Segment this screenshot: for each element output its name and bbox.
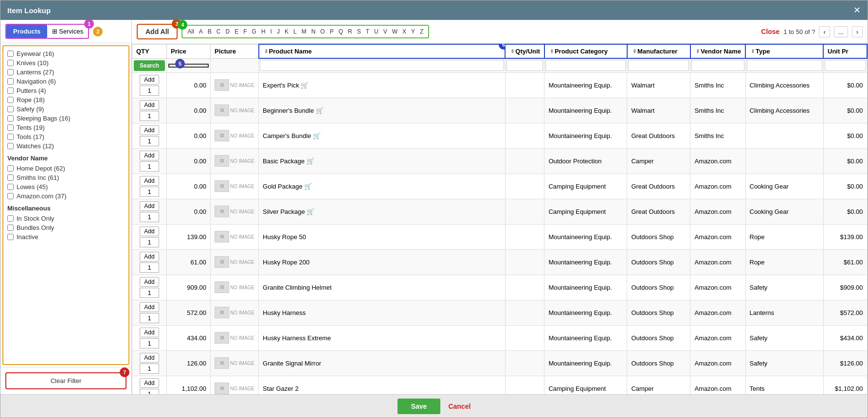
alpha-i[interactable]: I <box>269 27 274 36</box>
alpha-e[interactable]: E <box>233 27 240 36</box>
cell-type-1: Climbing Accessories <box>745 98 823 123</box>
search-button[interactable]: Search <box>134 60 165 71</box>
filter-smiths-inc[interactable]: Smiths Inc (61) <box>7 173 125 182</box>
cancel-button[interactable]: Cancel <box>448 402 470 410</box>
add-button-11[interactable]: Add <box>140 353 159 363</box>
col-header-category[interactable]: ⇕Product Category <box>544 44 627 58</box>
alpha-z[interactable]: Z <box>418 27 425 36</box>
qty-input-10[interactable] <box>140 338 159 348</box>
filter-tools[interactable]: Tools (17) <box>7 132 125 141</box>
alpha-y[interactable]: Y <box>409 27 417 36</box>
alpha-q[interactable]: Q <box>337 27 345 36</box>
manufacturer-filter-input[interactable] <box>628 60 689 71</box>
qty-input-6[interactable] <box>140 237 159 247</box>
alpha-c[interactable]: C <box>215 27 223 36</box>
alpha-b[interactable]: B <box>206 27 214 36</box>
alpha-j[interactable]: J <box>275 27 282 36</box>
alpha-s[interactable]: S <box>355 27 363 36</box>
col-header-unitprice[interactable]: Unit Pr <box>823 44 867 58</box>
cell-unitprice-4: $0.00 <box>823 174 867 199</box>
filter-lowes[interactable]: Lowes (45) <box>7 182 125 192</box>
filter-home-depot[interactable]: Home Depot (62) <box>7 164 125 173</box>
filter-bundles-only[interactable]: Bundles Only <box>7 223 125 232</box>
add-button-0[interactable]: Add <box>140 75 159 85</box>
services-tab[interactable]: ⊞ Services <box>47 26 88 37</box>
qty-input-0[interactable] <box>140 86 159 96</box>
prev-page-button[interactable]: ‹ <box>819 26 830 37</box>
col-header-type[interactable]: ⇕Type <box>745 44 823 58</box>
add-button-9[interactable]: Add <box>140 302 159 312</box>
filter-inactive[interactable]: Inactive <box>7 232 125 242</box>
products-tab[interactable]: Products <box>6 25 47 38</box>
category-filter-input[interactable] <box>545 60 626 71</box>
col-header-picture: Picture <box>211 44 259 58</box>
add-button-8[interactable]: Add <box>140 277 159 287</box>
add-button-4[interactable]: Add <box>140 176 159 186</box>
col-header-qtyunit[interactable]: ⇕Qty/Unit <box>505 44 544 58</box>
alpha-w[interactable]: W <box>390 27 399 36</box>
alpha-m[interactable]: M <box>300 27 308 36</box>
filter-sleeping-bags[interactable]: Sleeping Bags (16) <box>7 114 125 123</box>
alpha-d[interactable]: D <box>224 27 232 36</box>
filter-lanterns[interactable]: Lanterns (27) <box>7 68 125 77</box>
qtyunit-filter-input[interactable] <box>506 60 543 71</box>
add-button-1[interactable]: Add <box>140 100 159 110</box>
alpha-t[interactable]: T <box>364 27 371 36</box>
product-name-filter-input[interactable] <box>260 60 504 71</box>
qty-input-11[interactable] <box>140 364 159 374</box>
qty-input-4[interactable] <box>140 187 159 197</box>
filter-knives[interactable]: Knives (10) <box>7 58 125 68</box>
alpha-n[interactable]: N <box>309 27 318 36</box>
alpha-r[interactable]: R <box>346 27 354 36</box>
qty-input-5[interactable] <box>140 212 159 222</box>
qty-input-2[interactable] <box>140 136 159 146</box>
add-button-5[interactable]: Add <box>140 201 159 211</box>
alpha-u[interactable]: U <box>372 27 380 36</box>
alpha-v[interactable]: V <box>381 27 389 36</box>
alpha-l[interactable]: L <box>291 27 299 36</box>
add-button-6[interactable]: Add <box>140 226 159 236</box>
filter-eyewear[interactable]: Eyewear (16) <box>7 49 125 58</box>
add-all-button[interactable]: Add All <box>137 24 178 39</box>
col-header-vendor[interactable]: ⇕Vendor Name <box>690 44 745 58</box>
qty-input-12[interactable] <box>140 389 159 395</box>
alpha-k[interactable]: K <box>283 27 290 36</box>
modal-close-button[interactable]: ✕ <box>853 5 861 16</box>
qty-input-8[interactable] <box>140 288 159 298</box>
filter-navigation[interactable]: Navigation (6) <box>7 77 125 86</box>
alpha-all[interactable]: All <box>185 27 196 36</box>
qty-input-1[interactable] <box>140 111 159 121</box>
filter-putters[interactable]: Putters (4) <box>7 86 125 95</box>
alpha-o[interactable]: O <box>318 27 326 36</box>
more-button[interactable]: ... <box>834 26 848 37</box>
vendor-filter-input[interactable] <box>691 60 744 71</box>
col-header-manufacturer[interactable]: ⇕Manufacturer <box>627 44 690 58</box>
unitprice-filter-input[interactable] <box>825 60 866 71</box>
save-button[interactable]: Save <box>398 399 441 414</box>
col-header-product-name[interactable]: 6 ⇕Product Name <box>259 44 506 58</box>
filter-safety[interactable]: Safety (9) <box>7 104 125 114</box>
qty-input-7[interactable] <box>140 262 159 273</box>
qty-input-9[interactable] <box>140 313 159 323</box>
alpha-p[interactable]: P <box>328 27 336 36</box>
filter-amazon[interactable]: Amazon.com (37) <box>7 192 125 201</box>
alpha-a[interactable]: A <box>197 27 205 36</box>
type-filter-input[interactable] <box>747 60 822 71</box>
close-button[interactable]: Close <box>761 28 779 35</box>
filter-tents[interactable]: Tents (19) <box>7 123 125 132</box>
filter-watches[interactable]: Watches (12) <box>7 141 125 151</box>
add-button-7[interactable]: Add <box>140 252 159 261</box>
next-page-button[interactable]: › <box>852 26 863 37</box>
add-button-2[interactable]: Add <box>140 125 159 135</box>
add-button-10[interactable]: Add <box>140 328 159 337</box>
qty-input-3[interactable] <box>140 161 159 172</box>
filter-rope[interactable]: Rope (18) <box>7 95 125 104</box>
filter-in-stock[interactable]: In Stock Only <box>7 214 125 223</box>
add-button-3[interactable]: Add <box>140 151 159 160</box>
alpha-f[interactable]: F <box>241 27 249 36</box>
clear-filter-button[interactable]: Clear Filter <box>5 372 127 389</box>
add-button-12[interactable]: Add <box>140 378 159 388</box>
alpha-x[interactable]: X <box>400 27 408 36</box>
alpha-h[interactable]: H <box>259 27 268 36</box>
alpha-g[interactable]: G <box>250 27 258 36</box>
